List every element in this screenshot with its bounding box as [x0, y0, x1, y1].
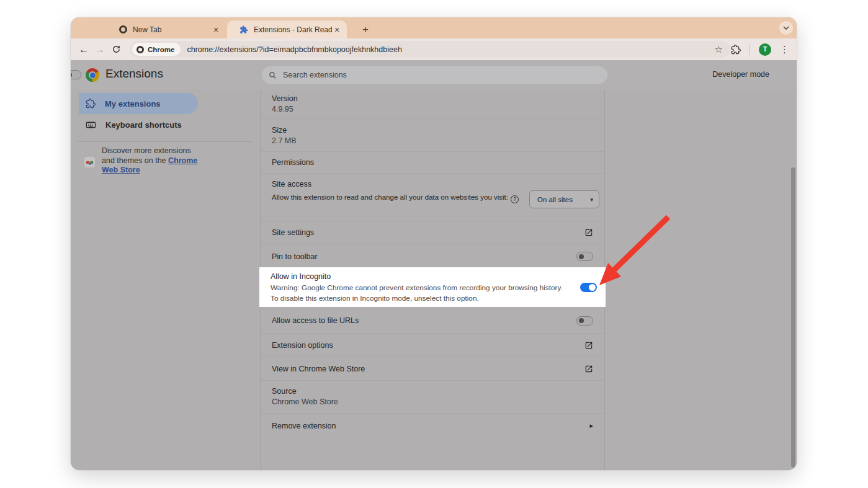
site-access-label: Site access: [272, 180, 311, 189]
source-value: Chrome Web Store: [272, 397, 593, 406]
tab-label: New Tab: [133, 25, 211, 34]
extension-options-label: Extension options: [272, 341, 333, 350]
search-input[interactable]: [282, 70, 607, 80]
desktop-background: { "colors": { "accent-blue": "#1a73e8", …: [0, 0, 868, 488]
browser-toolbar: ← → Chrome chrome://extensions/?id=eimad…: [71, 38, 797, 60]
incognito-warning-text: Warning: Google Chrome cannot prevent ex…: [271, 283, 567, 303]
size-value: 2.7 MB: [272, 136, 593, 145]
site-settings-label: Site settings: [272, 228, 314, 237]
toolbar-separator: [749, 44, 750, 55]
tab-extensions-dark-reader[interactable]: Extensions - Dark Reader ×: [227, 20, 347, 38]
external-link-icon: [584, 365, 593, 373]
help-icon[interactable]: ?: [511, 195, 519, 203]
close-tab-icon[interactable]: ×: [211, 25, 221, 35]
file-urls-row: Allow access to file URLs: [261, 308, 604, 334]
toolbar-right-cluster: T ⋮: [731, 38, 797, 60]
reload-button[interactable]: [108, 45, 124, 54]
scrollbar-thumb[interactable]: [791, 167, 795, 468]
extensions-menu-icon[interactable]: [731, 45, 741, 55]
toggle-knob: [71, 73, 72, 78]
view-in-web-store-row[interactable]: View in Chrome Web Store: [261, 357, 604, 381]
site-settings-row[interactable]: Site settings: [261, 221, 604, 244]
developer-mode-toggle[interactable]: [71, 70, 81, 79]
bookmark-star-icon[interactable]: ☆: [715, 44, 723, 55]
version-row: Version 4.9.95: [261, 90, 604, 119]
view-in-web-store-label: View in Chrome Web Store: [272, 365, 365, 373]
allow-data-label: Allow this extension to read and change …: [272, 193, 508, 201]
url-text: chrome://extensions/?id=eimadpbcbfnmbkop…: [187, 45, 714, 54]
size-label: Size: [272, 126, 593, 135]
toggle-knob: [579, 318, 584, 323]
sidebar-item-my-extensions[interactable]: My extensions: [79, 93, 198, 114]
toggle-knob: [589, 284, 596, 291]
pin-to-toolbar-label: Pin to toolbar: [272, 252, 318, 261]
sidebar-item-label: Keyboard shortcuts: [105, 120, 182, 130]
chrome-web-store-icon: [84, 157, 95, 167]
chevron-down-icon: ▾: [590, 197, 593, 203]
chrome-logo-icon: [86, 68, 99, 82]
keyboard-icon: [86, 120, 96, 130]
extension-options-row[interactable]: Extension options: [261, 334, 604, 357]
forward-button[interactable]: →: [92, 44, 108, 55]
size-row: Size 2.7 MB: [261, 119, 604, 152]
allow-in-incognito-row: Allow in Incognito Warning: Google Chrom…: [259, 267, 606, 307]
close-tab-icon[interactable]: ×: [332, 25, 342, 35]
developer-mode-label: Developer mode: [712, 70, 769, 79]
toggle-knob: [579, 254, 584, 259]
new-tab-button[interactable]: +: [358, 22, 373, 37]
tab-strip: New Tab × Extensions - Dark Reader × +: [71, 17, 797, 38]
site-access-row: Site access Allow this extension to read…: [261, 174, 604, 221]
file-urls-label: Allow access to file URLs: [272, 316, 359, 325]
search-icon: [269, 71, 277, 79]
tab-search-chevron-icon[interactable]: [779, 21, 793, 35]
extensions-page-body: My extensions Keyboard shortcuts Discove…: [71, 90, 797, 470]
tab-label: Extensions - Dark Reader: [254, 25, 332, 34]
remove-extension-row[interactable]: Remove extension ▸: [261, 414, 604, 438]
site-chip-label: Chrome: [148, 46, 174, 53]
file-urls-toggle[interactable]: [576, 316, 593, 326]
allow-in-incognito-label: Allow in Incognito: [271, 272, 594, 281]
search-box[interactable]: [262, 66, 607, 84]
version-label: Version: [272, 94, 593, 103]
allow-in-incognito-toggle[interactable]: [580, 283, 597, 292]
browser-menu-icon[interactable]: ⋮: [780, 44, 789, 55]
profile-avatar[interactable]: T: [759, 43, 771, 56]
chrome-mono-icon: [136, 46, 144, 53]
allow-data-text: Allow this extension to read and change …: [272, 193, 539, 203]
site-chip[interactable]: Chrome: [132, 43, 181, 56]
discover-text: Discover more extensions and themes on t…: [102, 146, 199, 175]
address-bar[interactable]: Chrome chrome://extensions/?id=eimadpbcb…: [130, 41, 730, 58]
source-row: Source Chrome Web Store: [261, 381, 604, 414]
tab-new-tab[interactable]: New Tab ×: [111, 20, 226, 38]
chrome-mono-icon: [119, 25, 127, 33]
sidebar-divider: [78, 141, 252, 142]
browser-window: New Tab × Extensions - Dark Reader × + ←…: [71, 17, 797, 470]
select-value: On all sites: [537, 196, 590, 203]
permissions-label: Permissions: [272, 158, 314, 167]
remove-extension-label: Remove extension: [272, 422, 336, 430]
back-button[interactable]: ←: [76, 44, 92, 55]
puzzle-icon: [86, 99, 96, 109]
external-link-icon: [584, 341, 593, 350]
version-value: 4.9.95: [272, 105, 593, 113]
extension-puzzle-icon: [239, 25, 248, 34]
permissions-row[interactable]: Permissions: [261, 152, 604, 174]
pin-to-toolbar-toggle[interactable]: [576, 252, 593, 261]
extensions-page-header: Extensions Developer mode: [71, 60, 797, 91]
sidebar-item-label: My extensions: [105, 99, 161, 109]
external-link-icon: [584, 228, 593, 237]
pin-to-toolbar-row: Pin to toolbar: [261, 244, 604, 268]
source-label: Source: [272, 387, 593, 396]
site-access-select[interactable]: On all sites ▾: [529, 190, 599, 208]
page-title: Extensions: [105, 67, 163, 81]
sidebar-item-keyboard-shortcuts[interactable]: Keyboard shortcuts: [79, 115, 198, 134]
submenu-arrow-icon: ▸: [589, 422, 593, 430]
